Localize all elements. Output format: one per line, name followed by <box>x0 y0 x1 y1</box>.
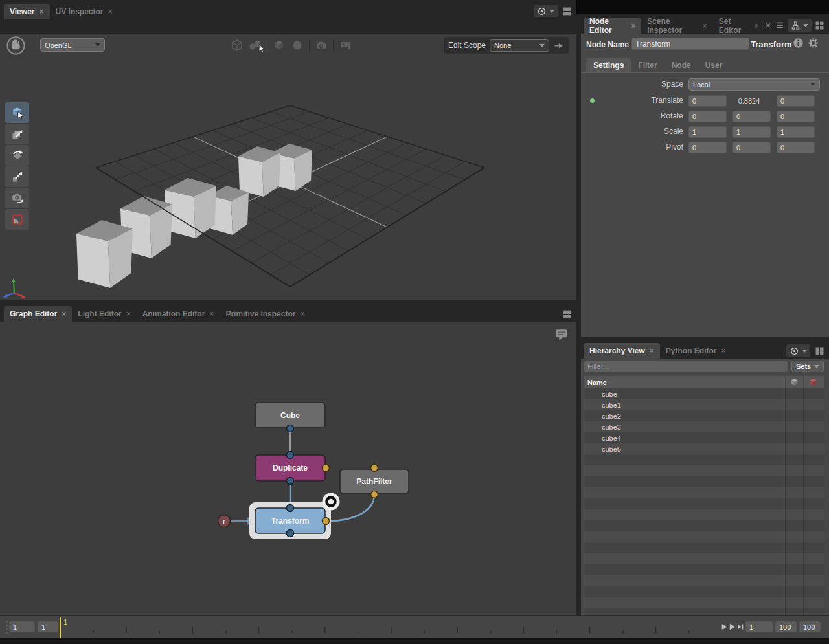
tab-close-icon[interactable]: × <box>754 22 758 30</box>
hierarchy-row-cube[interactable]: cube <box>584 388 824 399</box>
playhead[interactable] <box>60 617 61 638</box>
tab-animation-editor[interactable]: Animation Editor× <box>137 306 220 322</box>
tab-scene-inspector[interactable]: Scene Inspector× <box>641 18 713 34</box>
detach-icon[interactable] <box>764 21 772 29</box>
image-card-button[interactable] <box>339 39 352 52</box>
node-port[interactable] <box>323 518 330 525</box>
hierarchy-filter-input[interactable]: Filter... <box>584 361 788 372</box>
current-frame-field[interactable]: 1 <box>745 621 773 632</box>
tab-viewer[interactable]: Viewer× <box>4 4 50 19</box>
graph-editor-panel[interactable]: Cube Duplicate PathFilter Transformr <box>0 322 576 615</box>
rotate-x-field[interactable]: 0 <box>688 111 727 122</box>
viewer-settings-button[interactable] <box>534 5 558 17</box>
edit-scope-go-icon[interactable] <box>553 40 564 51</box>
sets-dropdown[interactable]: Sets <box>791 361 824 372</box>
node-port[interactable] <box>287 452 294 459</box>
tab-close-icon[interactable]: × <box>721 347 726 355</box>
play-icon[interactable] <box>727 622 737 632</box>
camera-tool-button[interactable] <box>5 188 29 208</box>
tab-python-editor[interactable]: Python Editor× <box>660 343 732 359</box>
chevron-down-icon <box>95 43 100 47</box>
scale-y-field[interactable]: 1 <box>732 126 771 138</box>
node-graph[interactable]: Cube Duplicate PathFilter Transformr <box>0 322 576 615</box>
hierarchy-row-cube1[interactable]: cube1 <box>584 399 824 410</box>
annotation-bubble-icon[interactable] <box>554 327 569 342</box>
selected-cube-column-icon[interactable] <box>808 377 818 387</box>
read-only-badge[interactable]: r <box>218 515 231 527</box>
node-port[interactable] <box>371 491 378 498</box>
crop-window-tool-button[interactable] <box>5 209 29 230</box>
light-sphere-button[interactable] <box>291 39 304 52</box>
node-port[interactable] <box>287 478 294 485</box>
tab-close-icon[interactable]: × <box>703 22 707 30</box>
focus-ring-icon[interactable] <box>323 493 340 511</box>
tab-close-icon[interactable]: × <box>209 310 214 318</box>
edit-scope-dropdown[interactable]: None <box>490 39 549 52</box>
tab-close-icon[interactable]: × <box>62 310 66 318</box>
translate-y-field[interactable]: -0.8824 <box>732 95 771 107</box>
vertical-splitter[interactable] <box>576 14 581 615</box>
rotate-z-field[interactable]: 0 <box>777 111 815 122</box>
pivot-y-field[interactable]: 0 <box>732 142 771 153</box>
tab-set-editor[interactable]: Set Editor× <box>713 18 764 34</box>
frame-ruler[interactable] <box>0 616 829 639</box>
select-tool-button[interactable] <box>5 102 29 123</box>
tab-close-icon[interactable]: × <box>108 8 113 16</box>
tab-primitive-inspector[interactable]: Primitive Inspector× <box>220 306 310 322</box>
rotate-y-field[interactable]: 0 <box>732 111 771 122</box>
hierarchy-table-header[interactable]: Name <box>584 376 824 388</box>
playback-range-field[interactable]: 100 <box>799 621 821 632</box>
hierarchy-row-cube2[interactable]: cube2 <box>584 410 824 421</box>
geometry-cube-button[interactable] <box>273 39 286 52</box>
tab-close-icon[interactable]: × <box>126 310 131 318</box>
range-end-field[interactable]: 100 <box>775 621 797 632</box>
node-port[interactable] <box>287 505 294 512</box>
translate-tool-button[interactable] <box>5 124 29 144</box>
horizontal-splitter[interactable] <box>581 337 829 342</box>
pan-hand-button[interactable] <box>6 36 25 55</box>
layout-grid-icon[interactable] <box>814 20 825 31</box>
node-port[interactable] <box>287 530 294 537</box>
translate-x-field[interactable]: 0 <box>688 95 727 107</box>
tab-close-icon[interactable]: × <box>631 22 635 30</box>
node-port[interactable] <box>287 425 294 432</box>
renderer-dropdown[interactable]: OpenGL <box>40 38 105 52</box>
node-port[interactable] <box>371 465 378 472</box>
layout-grid-icon[interactable] <box>814 346 825 357</box>
step-forward-icon[interactable] <box>736 623 745 631</box>
rotate-tool-button[interactable] <box>5 145 29 166</box>
camera-button[interactable] <box>315 39 328 52</box>
tab-graph-editor[interactable]: Graph Editor× <box>4 306 72 322</box>
tab-close-icon[interactable]: × <box>39 8 43 16</box>
layout-grid-icon[interactable] <box>562 6 573 17</box>
graph-node-pathfilter[interactable]: PathFilter <box>340 469 409 493</box>
tab-light-editor[interactable]: Light Editor× <box>72 306 136 322</box>
hierarchy-row-cube3[interactable]: cube3 <box>584 421 824 432</box>
translate-z-field[interactable]: 0 <box>777 95 815 107</box>
hierarchy-row-cube5[interactable]: cube5 <box>584 443 824 454</box>
tab-uv-inspector[interactable]: UV Inspector× <box>50 4 119 19</box>
space-dropdown[interactable]: Local <box>688 78 820 91</box>
shading-cube-button[interactable] <box>231 39 244 52</box>
pivot-z-field[interactable]: 0 <box>777 142 815 153</box>
hierarchy-settings-button[interactable] <box>786 344 810 357</box>
scene-cube-column-icon[interactable] <box>789 377 799 387</box>
pivot-x-field[interactable]: 0 <box>688 142 727 153</box>
scale-z-field[interactable]: 1 <box>777 126 815 138</box>
hierarchy-row-cube4[interactable]: cube4 <box>584 432 824 443</box>
scale-tool-button[interactable] <box>5 166 29 187</box>
tab-close-icon[interactable]: × <box>650 347 654 355</box>
tab-node-editor[interactable]: Node Editor× <box>584 18 641 34</box>
tab-close-icon[interactable]: × <box>300 310 304 318</box>
node-port[interactable] <box>323 465 330 472</box>
tab-hierarchy-view[interactable]: Hierarchy View× <box>584 343 660 359</box>
scene-cube[interactable] <box>76 234 110 288</box>
node-editor-mode-button[interactable] <box>788 19 812 32</box>
list-icon[interactable] <box>775 20 785 30</box>
viewer-panel[interactable]: OpenGL Edit Scope None <box>0 34 576 300</box>
hierarchy-panel: Filter... Sets Name cubecube1cube2cube3c… <box>581 359 829 615</box>
graph-node-cube[interactable]: Cube <box>255 403 325 428</box>
layout-grid-icon[interactable] <box>562 309 573 320</box>
scale-x-field[interactable]: 1 <box>688 126 727 138</box>
viewport-3d-scene[interactable] <box>0 34 576 300</box>
